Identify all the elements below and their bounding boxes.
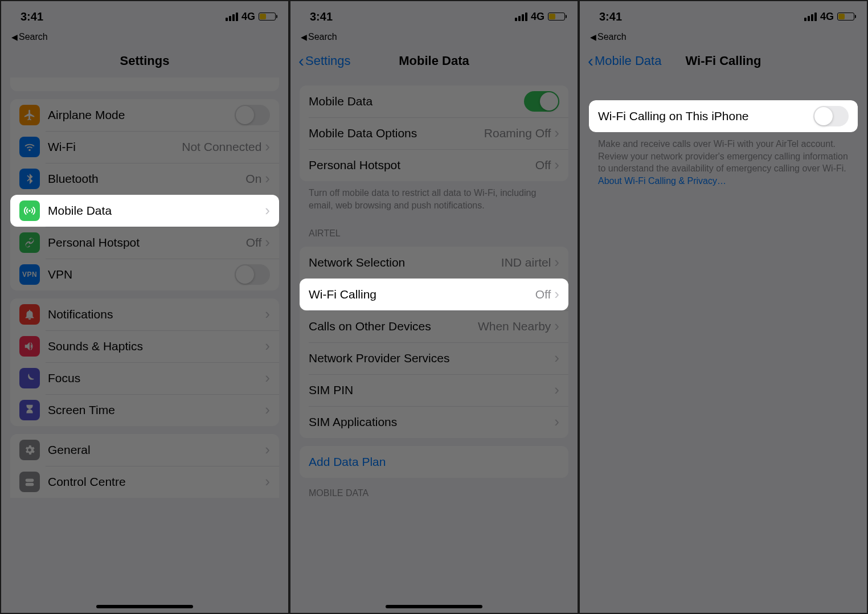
chevron-right-icon: ›	[554, 161, 559, 170]
wifi-icon	[19, 137, 40, 157]
dim-overlay	[580, 1, 867, 613]
chevron-right-icon: ›	[265, 406, 270, 415]
focus-row[interactable]: Focus›	[10, 362, 279, 394]
row-label: Sounds & Haptics	[48, 339, 265, 353]
network-selection-row[interactable]: Network SelectionIND airtel›	[300, 247, 568, 279]
back-to-app[interactable]: ◀Search	[1, 32, 288, 44]
chevron-left-icon: ‹	[298, 56, 304, 66]
sim-applications-row[interactable]: SIM Applications›	[300, 406, 568, 438]
profile-card-stub[interactable]	[10, 77, 279, 91]
panel-wifi-calling: 3:41 4G ◀Search ‹ Mobile Data Wi-Fi Call…	[579, 0, 868, 614]
sounds-haptics-row[interactable]: Sounds & Haptics›	[10, 330, 279, 362]
status-time: 3:41	[21, 10, 43, 23]
back-to-app[interactable]: ◀Search	[290, 32, 578, 44]
row-label: Focus	[48, 371, 265, 385]
row-label: SIM PIN	[309, 383, 554, 397]
group-add-plan: Add Data Plan	[300, 446, 568, 478]
row-value: Off	[535, 158, 551, 172]
row-value: On	[245, 172, 261, 186]
personal-hotspot-row[interactable]: Personal HotspotOff›	[300, 149, 568, 181]
back-to-app[interactable]: ◀Search	[580, 32, 867, 44]
row-label: Airplane Mode	[48, 108, 235, 122]
back-triangle-icon: ◀	[301, 32, 307, 42]
battery-icon	[548, 13, 565, 21]
bell-icon	[19, 304, 40, 325]
general-row[interactable]: General›	[10, 434, 279, 466]
chevron-right-icon: ›	[265, 238, 270, 247]
row-label: VPN	[48, 268, 235, 281]
row-label: Network Selection	[309, 256, 501, 269]
row-label: Network Provider Services	[309, 351, 554, 365]
home-indicator[interactable]	[386, 605, 482, 608]
back-label: Mobile Data	[595, 54, 661, 68]
row-label: Calls on Other Devices	[309, 320, 478, 333]
status-network: 4G	[531, 11, 544, 23]
mobile-data-section-header: MOBILE DATA	[309, 488, 559, 498]
wifi-calling-toggle[interactable]	[813, 106, 849, 126]
row-toggle[interactable]	[524, 91, 559, 112]
row-label: Control Centre	[48, 475, 265, 489]
bluetooth-icon	[19, 169, 40, 189]
row-label: Bluetooth	[48, 172, 245, 186]
bluetooth-row[interactable]: BluetoothOn›	[10, 163, 279, 195]
page-title: Settings	[120, 54, 170, 68]
signal-icon	[515, 13, 527, 21]
gear-icon	[19, 440, 40, 460]
about-wifi-calling-link[interactable]: About Wi-Fi Calling & Privacy…	[598, 176, 726, 186]
wi-fi-calling-row[interactable]: Wi-Fi CallingOff›	[300, 279, 568, 310]
chevron-right-icon: ›	[265, 342, 270, 351]
navbar: ‹ Settings Mobile Data	[290, 44, 578, 77]
antenna-icon	[19, 200, 40, 221]
chevron-right-icon: ›	[554, 290, 559, 299]
mobile-data-row[interactable]: Mobile Data	[300, 85, 568, 117]
panel-mobile-data: 3:41 4G ◀Search ‹ Settings Mobile Data M…	[289, 0, 579, 614]
status-network: 4G	[241, 11, 255, 23]
wifi-calling-label: Wi-Fi Calling on This iPhone	[598, 109, 813, 123]
screen-time-row[interactable]: Screen Time›	[10, 394, 279, 426]
back-button[interactable]: ‹ Settings	[298, 54, 351, 68]
chevron-right-icon: ›	[265, 477, 270, 486]
control-centre-row[interactable]: Control Centre›	[10, 466, 279, 498]
page-title: Wi-Fi Calling	[685, 54, 761, 68]
airplane-mode-row[interactable]: Airplane Mode	[10, 99, 279, 131]
speaker-icon	[19, 336, 40, 357]
wifi-calling-row[interactable]: Wi-Fi Calling on This iPhone	[589, 100, 858, 132]
signal-icon	[804, 13, 817, 21]
calls-on-other-devices-row[interactable]: Calls on Other DevicesWhen Nearby›	[300, 310, 568, 342]
back-triangle-icon: ◀	[11, 32, 18, 42]
group-general: General›Control Centre›	[10, 434, 279, 498]
navbar: ‹ Mobile Data Wi-Fi Calling	[580, 44, 867, 77]
home-indicator[interactable]	[96, 605, 193, 608]
row-label: General	[48, 443, 265, 457]
network-provider-services-row[interactable]: Network Provider Services›	[300, 342, 568, 374]
mobile-data-footer: Turn off mobile data to restrict all dat…	[309, 187, 559, 211]
battery-icon	[259, 13, 276, 21]
link-icon	[19, 232, 40, 253]
sim-pin-row[interactable]: SIM PIN›	[300, 374, 568, 406]
add-data-plan[interactable]: Add Data Plan	[300, 446, 568, 478]
row-label: Screen Time	[48, 403, 265, 417]
chevron-right-icon: ›	[554, 386, 559, 395]
row-label: Mobile Data	[309, 95, 524, 108]
hourglass-icon	[19, 400, 40, 420]
panel-settings: 3:41 4G ◀Search Settings Airplane ModeWi…	[0, 0, 289, 614]
status-bar: 3:41 4G	[1, 1, 288, 32]
back-button[interactable]: ‹ Mobile Data	[588, 54, 661, 68]
status-bar: 3:41 4G	[290, 1, 578, 32]
wi-fi-row[interactable]: Wi-FiNot Connected›	[10, 131, 279, 163]
vpn-icon: VPN	[19, 264, 40, 285]
notifications-row[interactable]: Notifications›	[10, 298, 279, 330]
add-data-plan-label: Add Data Plan	[309, 455, 386, 469]
moon-icon	[19, 368, 40, 388]
mobile-data-options-row[interactable]: Mobile Data OptionsRoaming Off›	[300, 117, 568, 149]
mobile-data-row[interactable]: Mobile Data›	[10, 195, 279, 227]
group-mobile-data: Mobile DataMobile Data OptionsRoaming Of…	[300, 85, 568, 181]
navbar: Settings	[1, 44, 288, 77]
row-toggle[interactable]	[235, 105, 270, 125]
vpn-row[interactable]: VPNVPN	[10, 259, 279, 290]
row-label: Mobile Data	[48, 204, 265, 218]
personal-hotspot-row[interactable]: Personal HotspotOff›	[10, 227, 279, 259]
row-toggle[interactable]	[235, 264, 270, 285]
row-value: Not Connected	[182, 140, 261, 154]
chevron-right-icon: ›	[265, 142, 270, 152]
